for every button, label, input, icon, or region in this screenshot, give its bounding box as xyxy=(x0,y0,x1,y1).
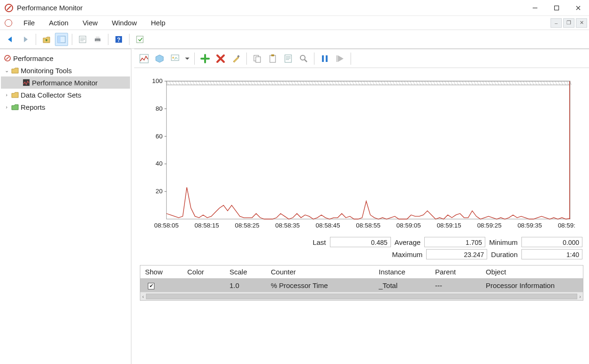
svg-line-158 xyxy=(529,81,531,85)
svg-line-118 xyxy=(413,81,415,85)
menu-file[interactable]: File xyxy=(17,17,41,29)
svg-line-94 xyxy=(344,81,345,85)
svg-line-43 xyxy=(195,81,197,85)
chart-area: 2040608010008:58:0508:58:1508:58:2508:58… xyxy=(134,68,589,234)
menu-view[interactable]: View xyxy=(76,17,104,29)
graph-toolbar xyxy=(134,49,589,68)
paste-button[interactable] xyxy=(266,52,280,66)
col-show[interactable]: Show xyxy=(140,268,183,276)
tree-reports[interactable]: › Reports xyxy=(1,101,130,113)
chart-icon xyxy=(23,79,30,86)
up-level-button[interactable] xyxy=(40,33,53,46)
window-minimize-button[interactable] xyxy=(524,0,546,16)
tree-monitoring-tools[interactable]: ⌄ Monitoring Tools xyxy=(1,64,130,76)
col-instance[interactable]: Instance xyxy=(374,268,430,276)
properties-button[interactable] xyxy=(76,33,89,46)
svg-line-161 xyxy=(538,81,540,85)
svg-line-164 xyxy=(546,81,548,85)
window-close-button[interactable] xyxy=(567,0,589,16)
svg-line-80 xyxy=(303,81,305,85)
svg-line-119 xyxy=(416,81,418,85)
show-hide-tree-button[interactable] xyxy=(55,33,68,46)
scroll-left-icon[interactable]: ‹ xyxy=(142,294,144,299)
col-object[interactable]: Object xyxy=(481,268,583,276)
nav-back-button[interactable] xyxy=(4,33,17,46)
svg-line-51 xyxy=(219,81,221,85)
svg-rect-174 xyxy=(167,81,570,219)
svg-line-40 xyxy=(187,81,189,85)
show-checkbox[interactable]: ✔ xyxy=(148,283,154,289)
svg-line-135 xyxy=(462,81,464,85)
window-maximize-button[interactable] xyxy=(546,0,567,16)
table-scrollbar[interactable]: ‹ › xyxy=(140,292,583,300)
svg-text:08:58:55: 08:58:55 xyxy=(356,222,381,229)
svg-line-153 xyxy=(514,81,516,85)
mdi-minimize-button[interactable]: – xyxy=(551,18,562,28)
svg-line-142 xyxy=(482,81,484,85)
svg-line-60 xyxy=(245,81,247,85)
col-color[interactable]: Color xyxy=(183,268,225,276)
update-button[interactable] xyxy=(333,52,347,66)
print-button[interactable] xyxy=(91,33,104,46)
new-window-button[interactable] xyxy=(133,33,146,46)
svg-text:80: 80 xyxy=(156,105,163,112)
expand-icon[interactable]: › xyxy=(4,92,9,98)
svg-line-52 xyxy=(222,81,223,85)
view-dropdown-button[interactable] xyxy=(184,52,191,66)
highlight-button[interactable] xyxy=(229,52,243,66)
scroll-thumb[interactable] xyxy=(146,294,578,299)
svg-text:08:58:45: 08:58:45 xyxy=(316,222,340,229)
svg-line-44 xyxy=(199,81,200,85)
expand-icon[interactable]: ⌄ xyxy=(4,68,9,74)
view-report-button[interactable] xyxy=(168,52,182,66)
svg-line-69 xyxy=(271,81,273,85)
mdi-restore-button[interactable]: ❐ xyxy=(563,18,574,28)
expand-icon[interactable]: › xyxy=(4,104,9,110)
scroll-right-icon[interactable]: › xyxy=(579,294,581,299)
tree-data-collector-sets[interactable]: › Data Collector Sets xyxy=(1,89,130,101)
svg-line-91 xyxy=(335,81,337,85)
col-parent[interactable]: Parent xyxy=(430,268,481,276)
mdi-close-button[interactable]: ✕ xyxy=(576,18,587,28)
svg-text:08:59:25: 08:59:25 xyxy=(477,222,502,229)
svg-line-77 xyxy=(294,81,296,85)
svg-line-62 xyxy=(251,81,252,85)
view-graph-button[interactable] xyxy=(137,52,151,66)
svg-line-83 xyxy=(312,81,314,85)
svg-line-147 xyxy=(497,81,499,85)
nav-forward-button[interactable] xyxy=(19,33,32,46)
svg-line-108 xyxy=(384,81,386,85)
cell-parent: --- xyxy=(430,281,481,289)
properties-button[interactable] xyxy=(281,52,295,66)
tree-label: Monitoring Tools xyxy=(21,67,72,75)
svg-line-73 xyxy=(283,81,284,85)
svg-line-117 xyxy=(410,81,412,85)
view-histogram-button[interactable] xyxy=(153,52,167,66)
svg-line-45 xyxy=(201,81,203,85)
freeze-button[interactable] xyxy=(318,52,332,66)
col-scale[interactable]: Scale xyxy=(225,268,266,276)
svg-line-75 xyxy=(288,81,290,85)
menu-window[interactable]: Window xyxy=(105,17,143,29)
svg-line-88 xyxy=(326,81,328,85)
col-counter[interactable]: Counter xyxy=(266,268,374,276)
svg-rect-31 xyxy=(326,55,328,62)
app-icon xyxy=(5,19,12,27)
svg-line-41 xyxy=(190,81,191,85)
remove-counter-button[interactable] xyxy=(214,52,228,66)
tree-root-performance[interactable]: Performance xyxy=(1,52,130,64)
menu-action[interactable]: Action xyxy=(42,17,75,29)
svg-line-154 xyxy=(517,81,519,85)
copy-button[interactable] xyxy=(250,52,264,66)
menu-help[interactable]: Help xyxy=(144,17,172,29)
add-counter-button[interactable] xyxy=(198,52,212,66)
svg-line-159 xyxy=(532,81,534,85)
zoom-button[interactable] xyxy=(297,52,311,66)
svg-line-81 xyxy=(306,81,307,85)
tree-performance-monitor[interactable]: Performance Monitor xyxy=(1,76,130,89)
svg-line-126 xyxy=(436,81,438,85)
cell-counter: % Processor Time xyxy=(266,281,374,289)
help-button[interactable]: ? xyxy=(112,33,125,46)
svg-rect-21 xyxy=(256,57,260,62)
table-row[interactable]: ✔ 1.0 % Processor Time _Total --- Proces… xyxy=(140,279,583,292)
